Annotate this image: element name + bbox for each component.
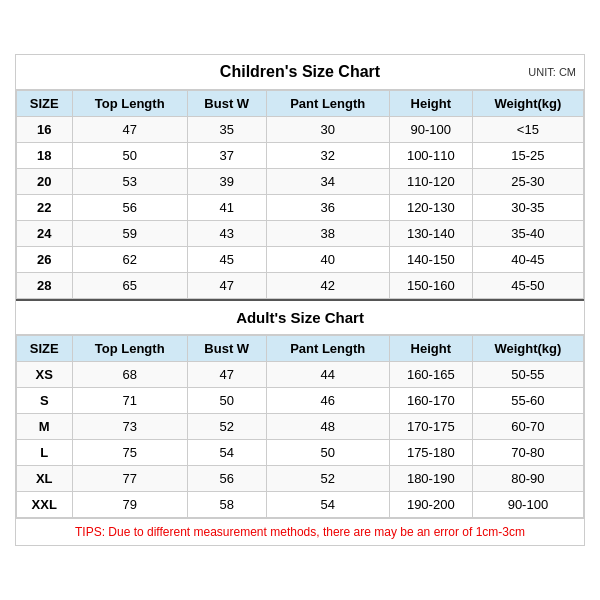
unit-label: UNIT: CM [528, 66, 576, 78]
table-cell: 52 [266, 466, 389, 492]
table-cell: 65 [72, 273, 187, 299]
table-cell: 60-70 [472, 414, 583, 440]
table-cell: 15-25 [472, 143, 583, 169]
table-cell: 52 [187, 414, 266, 440]
table-cell: 18 [17, 143, 73, 169]
col-pant-length-adult: Pant Length [266, 336, 389, 362]
children-chart-title: Children's Size Chart [220, 63, 380, 81]
table-cell: 20 [17, 169, 73, 195]
adult-header-row: SIZE Top Length Bust W Pant Length Heigh… [17, 336, 584, 362]
children-size-table: SIZE Top Length Bust W Pant Length Heigh… [16, 90, 584, 299]
table-cell: 47 [187, 273, 266, 299]
adult-table-header: SIZE Top Length Bust W Pant Length Heigh… [17, 336, 584, 362]
children-table-header: SIZE Top Length Bust W Pant Length Heigh… [17, 91, 584, 117]
table-cell: XL [17, 466, 73, 492]
table-cell: 71 [72, 388, 187, 414]
children-title-row: Children's Size Chart UNIT: CM [16, 55, 584, 90]
table-cell: 175-180 [389, 440, 472, 466]
table-row: XS684744160-16550-55 [17, 362, 584, 388]
table-cell: 90-100 [472, 492, 583, 518]
col-size: SIZE [17, 91, 73, 117]
col-top-length-adult: Top Length [72, 336, 187, 362]
table-cell: 26 [17, 247, 73, 273]
table-cell: 50 [266, 440, 389, 466]
table-cell: 47 [187, 362, 266, 388]
table-cell: 35 [187, 117, 266, 143]
table-row: 28654742150-16045-50 [17, 273, 584, 299]
col-weight-adult: Weight(kg) [472, 336, 583, 362]
table-cell: 36 [266, 195, 389, 221]
table-cell: 68 [72, 362, 187, 388]
table-row: L755450175-18070-80 [17, 440, 584, 466]
table-cell: 150-160 [389, 273, 472, 299]
table-row: 24594338130-14035-40 [17, 221, 584, 247]
table-cell: 70-80 [472, 440, 583, 466]
table-cell: XXL [17, 492, 73, 518]
table-cell: 55-60 [472, 388, 583, 414]
table-cell: 38 [266, 221, 389, 247]
table-cell: 77 [72, 466, 187, 492]
table-cell: 40 [266, 247, 389, 273]
table-cell: 47 [72, 117, 187, 143]
col-bust-w-adult: Bust W [187, 336, 266, 362]
table-row: 26624540140-15040-45 [17, 247, 584, 273]
table-cell: 50 [187, 388, 266, 414]
table-cell: 59 [72, 221, 187, 247]
table-cell: 35-40 [472, 221, 583, 247]
table-cell: 53 [72, 169, 187, 195]
table-cell: 140-150 [389, 247, 472, 273]
tips-row: TIPS: Due to different measurement metho… [16, 518, 584, 545]
children-header-row: SIZE Top Length Bust W Pant Length Heigh… [17, 91, 584, 117]
table-row: 22564136120-13030-35 [17, 195, 584, 221]
table-cell: <15 [472, 117, 583, 143]
adult-table-body: XS684744160-16550-55S715046160-17055-60M… [17, 362, 584, 518]
adult-size-table: SIZE Top Length Bust W Pant Length Heigh… [16, 335, 584, 518]
table-cell: 50 [72, 143, 187, 169]
col-bust-w: Bust W [187, 91, 266, 117]
table-row: 20533934110-12025-30 [17, 169, 584, 195]
table-cell: 41 [187, 195, 266, 221]
adult-chart-title: Adult's Size Chart [16, 299, 584, 335]
table-cell: 56 [72, 195, 187, 221]
table-cell: 25-30 [472, 169, 583, 195]
table-cell: 180-190 [389, 466, 472, 492]
table-cell: 130-140 [389, 221, 472, 247]
table-row: S715046160-17055-60 [17, 388, 584, 414]
table-cell: 120-130 [389, 195, 472, 221]
table-cell: 79 [72, 492, 187, 518]
table-cell: 160-170 [389, 388, 472, 414]
table-cell: 28 [17, 273, 73, 299]
table-cell: 50-55 [472, 362, 583, 388]
table-cell: 170-175 [389, 414, 472, 440]
table-cell: 46 [266, 388, 389, 414]
table-cell: 100-110 [389, 143, 472, 169]
table-cell: 45 [187, 247, 266, 273]
table-cell: 24 [17, 221, 73, 247]
col-weight: Weight(kg) [472, 91, 583, 117]
table-cell: 48 [266, 414, 389, 440]
table-cell: L [17, 440, 73, 466]
col-top-length: Top Length [72, 91, 187, 117]
col-height-adult: Height [389, 336, 472, 362]
table-cell: 37 [187, 143, 266, 169]
table-cell: 110-120 [389, 169, 472, 195]
table-cell: M [17, 414, 73, 440]
table-cell: XS [17, 362, 73, 388]
table-cell: 45-50 [472, 273, 583, 299]
table-row: 18503732100-11015-25 [17, 143, 584, 169]
table-cell: 62 [72, 247, 187, 273]
table-cell: 56 [187, 466, 266, 492]
table-row: XXL795854190-20090-100 [17, 492, 584, 518]
col-pant-length: Pant Length [266, 91, 389, 117]
table-cell: S [17, 388, 73, 414]
table-cell: 16 [17, 117, 73, 143]
table-cell: 54 [187, 440, 266, 466]
table-cell: 30 [266, 117, 389, 143]
table-cell: 160-165 [389, 362, 472, 388]
table-cell: 80-90 [472, 466, 583, 492]
table-cell: 190-200 [389, 492, 472, 518]
size-chart-container: Children's Size Chart UNIT: CM SIZE Top … [15, 54, 585, 546]
col-height: Height [389, 91, 472, 117]
table-cell: 58 [187, 492, 266, 518]
table-row: XL775652180-19080-90 [17, 466, 584, 492]
